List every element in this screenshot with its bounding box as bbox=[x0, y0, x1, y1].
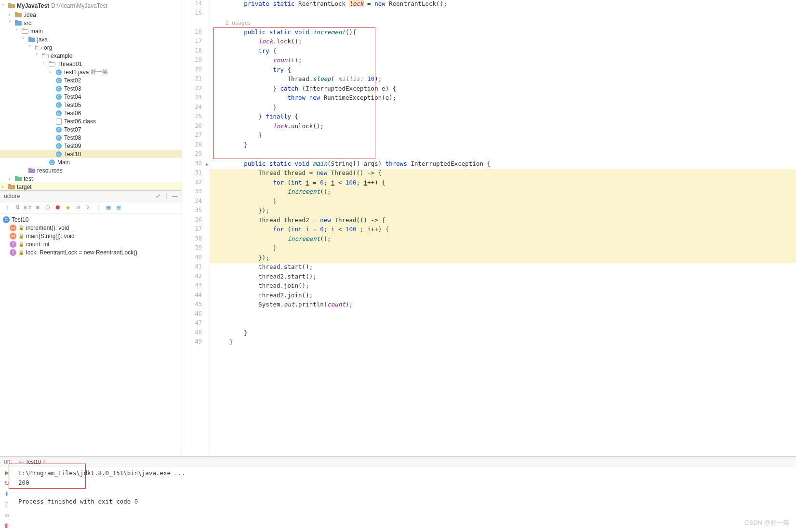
gutter-line[interactable]: 17 bbox=[182, 38, 210, 47]
structure-tool-10[interactable]: ▦ bbox=[104, 203, 113, 212]
code-line[interactable]: }); bbox=[210, 207, 796, 216]
run-gutter-icon[interactable]: ▶ bbox=[206, 161, 209, 167]
tree-item-test1-java[interactable]: ›Ctest1.java舒一笑 bbox=[0, 68, 182, 76]
tree-item-myjavatest[interactable]: ˅MyJavaTestD:\Alearn\MyJavaTest bbox=[0, 1, 182, 11]
gutter-line[interactable]: 22 bbox=[182, 85, 210, 94]
gutter-line[interactable]: 35 bbox=[182, 207, 210, 216]
code-line[interactable]: } bbox=[210, 198, 796, 207]
code-line[interactable]: } bbox=[210, 132, 796, 141]
gutter-line[interactable]: 28 bbox=[182, 141, 210, 151]
gutter-line[interactable]: 16 bbox=[182, 28, 210, 38]
code-line[interactable]: thread.join(); bbox=[210, 282, 796, 292]
close-icon[interactable]: × bbox=[43, 459, 46, 465]
gutter-line[interactable]: 27 bbox=[182, 132, 210, 141]
gutter-line[interactable]: 42 bbox=[182, 273, 210, 282]
code-line[interactable] bbox=[210, 319, 796, 329]
code-line[interactable]: } bbox=[210, 141, 796, 151]
chevron-icon[interactable]: › bbox=[9, 176, 14, 181]
gutter-line[interactable]: 39 bbox=[182, 244, 210, 254]
structure-member[interactable]: f🔒count: int bbox=[3, 240, 179, 248]
tree-item-test04[interactable]: CTest04 bbox=[0, 93, 182, 101]
code-line[interactable]: thread2.join(); bbox=[210, 292, 796, 301]
tree-item-java[interactable]: ˅java bbox=[0, 35, 182, 43]
chevron-icon[interactable]: › bbox=[49, 69, 55, 75]
chevron-icon[interactable]: ˅ bbox=[15, 28, 21, 34]
gutter-line[interactable]: 26 bbox=[182, 122, 210, 132]
gutter-line[interactable]: 25 bbox=[182, 113, 210, 122]
gutter-line[interactable]: 32 bbox=[182, 179, 210, 188]
structure-tool-7[interactable]: ⊘ bbox=[74, 203, 82, 212]
structure-tool-8[interactable]: λ bbox=[84, 203, 93, 212]
code-line[interactable]: } bbox=[210, 338, 796, 348]
gutter-line[interactable]: 47 bbox=[182, 319, 210, 329]
run-tool-0[interactable]: ▶ bbox=[2, 468, 11, 477]
chevron-icon[interactable]: ˅ bbox=[9, 20, 14, 26]
code-line[interactable]: for (int i = 0; i < 100; i++) { bbox=[210, 179, 796, 188]
chevron-icon[interactable]: ˅ bbox=[22, 37, 28, 42]
minimize-icon[interactable]: — bbox=[172, 193, 178, 200]
code-line[interactable]: thread2.start(); bbox=[210, 273, 796, 282]
code-line[interactable]: } bbox=[210, 329, 796, 339]
gutter-line[interactable]: 38 bbox=[182, 235, 210, 245]
code-line[interactable]: for (int i = 0; i < 100 ; i++) { bbox=[210, 226, 796, 235]
gutter-line[interactable]: 46 bbox=[182, 310, 210, 320]
code-line[interactable]: } bbox=[210, 244, 796, 254]
chevron-icon[interactable]: › bbox=[2, 184, 8, 189]
gutter-line[interactable]: 14 bbox=[182, 0, 210, 10]
gutter-line[interactable]: 19 bbox=[182, 56, 210, 66]
code-line[interactable]: } catch (InterruptedException e) { bbox=[210, 85, 796, 94]
tree-item-test06-class[interactable]: Test06.class bbox=[0, 117, 182, 125]
code-line[interactable]: }); bbox=[210, 254, 796, 264]
code-line[interactable]: lock.lock(); bbox=[210, 38, 796, 47]
tree-item-target[interactable]: ›target bbox=[0, 183, 182, 191]
tree-item-test[interactable]: ›test bbox=[0, 174, 182, 183]
chevron-icon[interactable]: › bbox=[9, 12, 14, 17]
structure-tool-11[interactable]: ▦ bbox=[114, 203, 123, 212]
tree-item-org[interactable]: ˅org bbox=[0, 43, 182, 52]
editor[interactable]: 1415161718192021222324252627282930▶31323… bbox=[182, 0, 796, 456]
code-line[interactable]: count++; bbox=[210, 56, 796, 66]
tree-item-example[interactable]: ˅example bbox=[0, 52, 182, 60]
structure-tool-3[interactable]: ≡ bbox=[33, 203, 42, 212]
code-line[interactable]: increment(); bbox=[210, 235, 796, 245]
tree-item-test02[interactable]: CTest02 bbox=[0, 76, 182, 84]
code-line[interactable]: Thread thread = new Thread(() -> { bbox=[210, 169, 796, 179]
code-line[interactable]: } finally { bbox=[210, 113, 796, 122]
gutter-line[interactable]: 21 bbox=[182, 75, 210, 85]
gutter-line[interactable]: 41 bbox=[182, 263, 210, 273]
gutter-line[interactable]: 30▶ bbox=[182, 160, 210, 170]
expand-icon[interactable]: ⤢ bbox=[156, 193, 160, 200]
structure-tool-9[interactable]: | bbox=[94, 203, 103, 212]
gutter-line[interactable] bbox=[182, 19, 210, 28]
chevron-icon[interactable]: ˅ bbox=[42, 61, 48, 66]
code-line[interactable]: 2 usages bbox=[210, 19, 796, 28]
tree-item-test05[interactable]: CTest05 bbox=[0, 101, 182, 109]
structure-member[interactable]: m🔒main(String[]): void bbox=[3, 232, 179, 240]
code-line[interactable]: increment(); bbox=[210, 188, 796, 198]
structure-tool-5[interactable]: ⬢ bbox=[53, 203, 62, 212]
chevron-icon[interactable]: ˅ bbox=[2, 3, 8, 9]
structure-member[interactable]: f🔒lock: ReentrantLock = new ReentrantLoc… bbox=[3, 248, 179, 256]
gutter-line[interactable]: 24 bbox=[182, 104, 210, 113]
gutter-line[interactable]: 36 bbox=[182, 216, 210, 226]
code-line[interactable]: System.out.println(count); bbox=[210, 301, 796, 310]
gutter-line[interactable]: 23 bbox=[182, 94, 210, 104]
tree-item-test03[interactable]: CTest03 bbox=[0, 84, 182, 93]
gutter-line[interactable]: 49 bbox=[182, 338, 210, 348]
tree-item-thread01[interactable]: ˅Thread01 bbox=[0, 60, 182, 68]
code-line[interactable]: public static void main(String[] args) t… bbox=[210, 160, 796, 170]
tree-item-test07[interactable]: CTest07 bbox=[0, 125, 182, 133]
run-tab[interactable]: ▭ Test10 × bbox=[16, 457, 49, 466]
run-tool-3[interactable]: ⤴ bbox=[2, 500, 11, 509]
gutter-line[interactable]: 40 bbox=[182, 254, 210, 264]
gutter-line[interactable]: 45 bbox=[182, 301, 210, 310]
gutter-line[interactable]: 34 bbox=[182, 198, 210, 207]
code-line[interactable]: } bbox=[210, 104, 796, 113]
structure-class[interactable]: CTest10 bbox=[3, 215, 179, 224]
run-tool-4[interactable]: ⎋ bbox=[2, 511, 11, 519]
run-tool-1[interactable]: ↻ bbox=[2, 479, 11, 488]
code-line[interactable]: lock.unlock(); bbox=[210, 122, 796, 132]
gutter-line[interactable]: 15 bbox=[182, 10, 210, 19]
structure-tool-6[interactable]: ◆ bbox=[64, 203, 72, 212]
tree-item-main[interactable]: CMain bbox=[0, 158, 182, 166]
